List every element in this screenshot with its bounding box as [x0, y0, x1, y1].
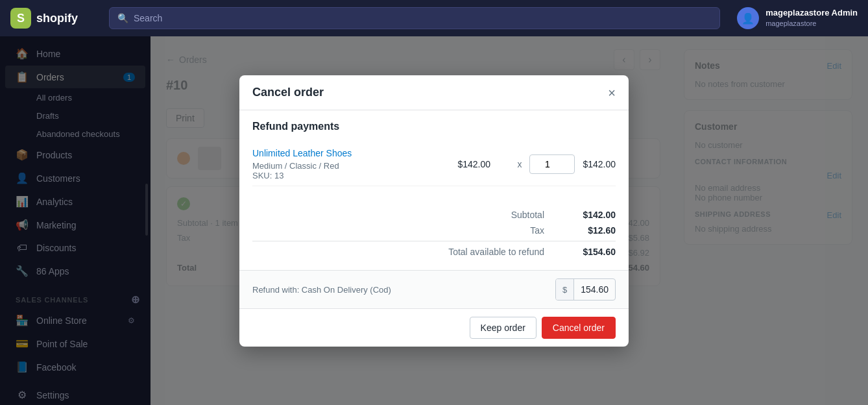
subtotal-summary-row: Subtotal $142.00	[252, 207, 616, 223]
refund-summary: Subtotal $142.00 Tax $12.60 Total availa…	[239, 197, 629, 270]
top-navigation: S shopify 🔍 👤 mageplazastore Admin magep…	[0, 0, 868, 36]
refund-method-label: Refund with: Cash On Delivery (Cod)	[252, 285, 548, 295]
refund-payments-title: Refund payments	[252, 121, 616, 132]
quantity-input[interactable]	[529, 154, 575, 174]
refund-section: Refund payments Unlimited Leather Shoes …	[239, 110, 629, 197]
search-input[interactable]	[134, 13, 712, 23]
refund-amount-input[interactable]: $ 154.60	[555, 278, 616, 301]
modal-overlay: Cancel order × Refund payments Unlimited…	[151, 36, 868, 405]
product-sku: SKU: 13	[252, 171, 450, 180]
shopify-icon: S	[10, 8, 31, 29]
tax-summary-value: $12.60	[570, 225, 616, 236]
modal-body: Refund payments Unlimited Leather Shoes …	[239, 110, 629, 308]
modal-close-button[interactable]: ×	[608, 86, 616, 99]
avatar[interactable]: 👤	[737, 7, 759, 29]
cancel-order-modal: Cancel order × Refund payments Unlimited…	[239, 75, 629, 347]
tax-summary-label: Tax	[428, 225, 544, 236]
subtotal-summary-label: Subtotal	[428, 210, 544, 220]
modal-footer: Keep order Cancel order	[239, 308, 629, 347]
product-variant: Medium / Classic / Red	[252, 161, 450, 171]
logo[interactable]: S shopify	[10, 8, 101, 29]
refund-product-row: Unlimited Leather Shoes Medium / Classic…	[252, 143, 616, 186]
modal-title: Cancel order	[252, 86, 324, 99]
modal-header: Cancel order ×	[239, 75, 629, 110]
user-store: mageplazastore	[766, 19, 858, 28]
user-name: mageplazastore Admin	[766, 8, 858, 19]
line-total: $142.00	[583, 159, 616, 169]
refund-amount-value: 154.60	[574, 284, 615, 295]
multiply-sign: x	[517, 159, 522, 169]
search-bar[interactable]: 🔍	[109, 7, 720, 29]
product-price: $142.00	[457, 159, 509, 169]
tax-summary-row: Tax $12.60	[252, 223, 616, 238]
subtotal-summary-value: $142.00	[570, 210, 616, 220]
logo-text: shopify	[36, 12, 78, 25]
total-summary-value: $154.60	[570, 247, 616, 257]
total-summary-row: Total available to refund $154.60	[252, 241, 616, 260]
search-icon: 🔍	[117, 13, 128, 23]
user-info: mageplazastore Admin mageplazastore	[766, 8, 858, 28]
main-layout: 🏠 Home 📋 Orders 1 All orders Drafts Aban…	[0, 36, 868, 405]
cancel-order-button[interactable]: Cancel order	[542, 317, 616, 339]
currency-symbol: $	[556, 279, 574, 300]
user-area: 👤 mageplazastore Admin mageplazastore	[728, 7, 858, 29]
keep-order-button[interactable]: Keep order	[470, 317, 536, 339]
refund-method-row: Refund with: Cash On Delivery (Cod) $ 15…	[239, 270, 629, 308]
total-summary-label: Total available to refund	[428, 247, 544, 257]
product-name-link[interactable]: Unlimited Leather Shoes	[252, 148, 450, 158]
